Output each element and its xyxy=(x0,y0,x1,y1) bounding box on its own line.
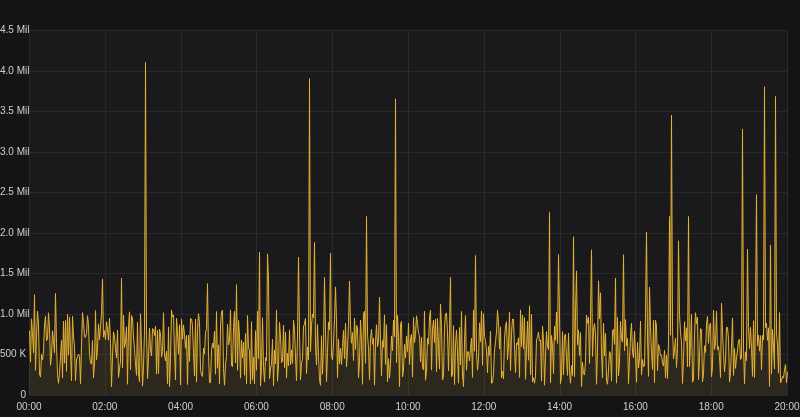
grafana-panel: nodejs_heap_space_size_used_bytes 0500 K… xyxy=(0,0,800,417)
time-series-chart[interactable] xyxy=(0,0,800,417)
